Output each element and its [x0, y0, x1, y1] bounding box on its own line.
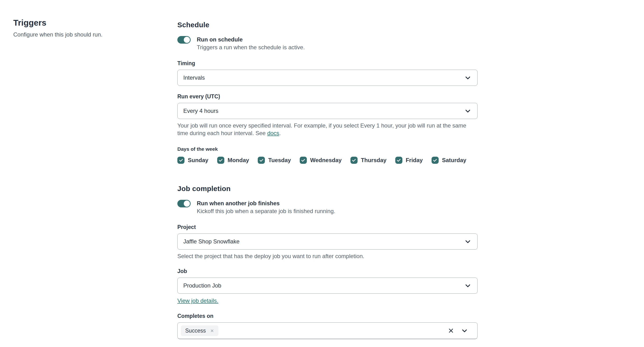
run-every-help-suffix: .: [279, 130, 281, 136]
chevron-down-icon: [464, 107, 472, 115]
run-when-finishes-text: Run when another job finishes Kickoff th…: [197, 199, 335, 215]
checkbox-checked-icon: [432, 157, 439, 164]
selected-status-tag: Success: [181, 326, 218, 336]
timing-selected-value: Intervals: [183, 74, 464, 81]
completes-on-label: Completes on: [177, 312, 478, 320]
timing-label: Timing: [177, 60, 478, 67]
run-when-finishes-label: Run when another job finishes: [197, 199, 335, 207]
docs-link[interactable]: docs: [267, 130, 279, 136]
triggers-intro: Triggers Configure when this job should …: [13, 17, 160, 38]
job-label: Job: [177, 268, 478, 275]
checkbox-checked-icon: [258, 157, 265, 164]
day-label: Tuesday: [268, 157, 291, 164]
day-checkbox-sunday[interactable]: Sunday: [177, 157, 208, 164]
chevron-down-icon: [464, 282, 472, 289]
project-label: Project: [177, 224, 478, 231]
triggers-form: Schedule Run on schedule Triggers a run …: [177, 20, 478, 339]
day-label: Saturday: [442, 157, 466, 164]
timing-select[interactable]: Intervals: [177, 70, 478, 86]
project-help-text: Select the project that has the deploy j…: [177, 252, 478, 260]
completes-on-multiselect[interactable]: Success: [177, 322, 478, 339]
days-of-week-label: Days of the week: [177, 146, 478, 153]
run-on-schedule-label: Run on schedule: [197, 35, 305, 43]
day-label: Sunday: [188, 157, 208, 164]
run-every-select[interactable]: Every 4 hours: [177, 103, 478, 119]
day-checkbox-tuesday[interactable]: Tuesday: [258, 157, 291, 164]
day-checkbox-monday[interactable]: Monday: [217, 157, 249, 164]
day-checkbox-wednesday[interactable]: Wednesday: [300, 157, 342, 164]
tag-label: Success: [185, 328, 206, 334]
checkbox-checked-icon: [177, 157, 184, 164]
page-subtitle: Configure when this job should run.: [13, 31, 160, 38]
schedule-section-heading: Schedule: [177, 20, 478, 29]
run-on-schedule-row: Run on schedule Triggers a run when the …: [177, 35, 478, 51]
checkbox-checked-icon: [217, 157, 224, 164]
clear-all-icon[interactable]: [448, 328, 454, 334]
run-on-schedule-toggle[interactable]: [177, 36, 191, 44]
day-checkbox-thursday[interactable]: Thursday: [350, 157, 386, 164]
run-on-schedule-text: Run on schedule Triggers a run when the …: [197, 35, 305, 51]
run-every-help-text: Your job will run once every specified i…: [177, 122, 478, 137]
days-of-week-group: Sunday Monday Tuesday Wednesday Thursday…: [177, 157, 478, 164]
job-select[interactable]: Production Job: [177, 278, 478, 294]
run-every-selected-value: Every 4 hours: [183, 108, 464, 114]
toggle-knob: [184, 201, 190, 207]
chevron-down-icon: [464, 74, 472, 81]
project-selected-value: Jaffle Shop Snowflake: [183, 238, 464, 245]
chevron-down-icon: [464, 238, 472, 245]
run-when-finishes-description: Kickoff this job when a separate job is …: [197, 207, 335, 215]
day-checkbox-friday[interactable]: Friday: [395, 157, 423, 164]
day-label: Thursday: [361, 157, 386, 164]
run-when-finishes-toggle[interactable]: [177, 200, 191, 207]
day-label: Wednesday: [310, 157, 342, 164]
run-on-schedule-description: Triggers a run when the schedule is acti…: [197, 43, 305, 51]
toggle-knob: [184, 37, 190, 43]
chevron-down-icon[interactable]: [461, 327, 468, 335]
day-label: Monday: [228, 157, 249, 164]
day-checkbox-saturday[interactable]: Saturday: [432, 157, 466, 164]
view-job-details-link[interactable]: View job details.: [177, 297, 218, 304]
day-label: Friday: [406, 157, 423, 164]
checkbox-checked-icon: [395, 157, 402, 164]
page-title: Triggers: [13, 17, 160, 28]
job-selected-value: Production Job: [183, 282, 464, 289]
checkbox-checked-icon: [300, 157, 307, 164]
run-when-finishes-row: Run when another job finishes Kickoff th…: [177, 199, 478, 215]
checkbox-checked-icon: [350, 157, 358, 164]
job-completion-section-heading: Job completion: [177, 184, 478, 193]
remove-tag-icon[interactable]: [210, 329, 214, 333]
run-every-label: Run every (UTC): [177, 93, 478, 100]
run-every-help-prefix: Your job will run once every specified i…: [177, 122, 466, 136]
project-select[interactable]: Jaffle Shop Snowflake: [177, 234, 478, 250]
